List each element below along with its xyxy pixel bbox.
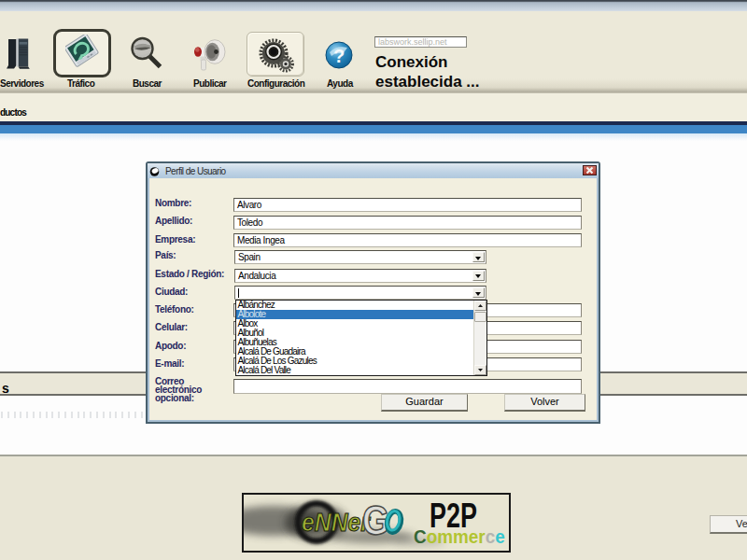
svg-text:eNNer: eNNer [302, 509, 371, 537]
svg-text:Commerce: Commerce [414, 525, 505, 547]
svg-text:?: ? [333, 46, 345, 66]
